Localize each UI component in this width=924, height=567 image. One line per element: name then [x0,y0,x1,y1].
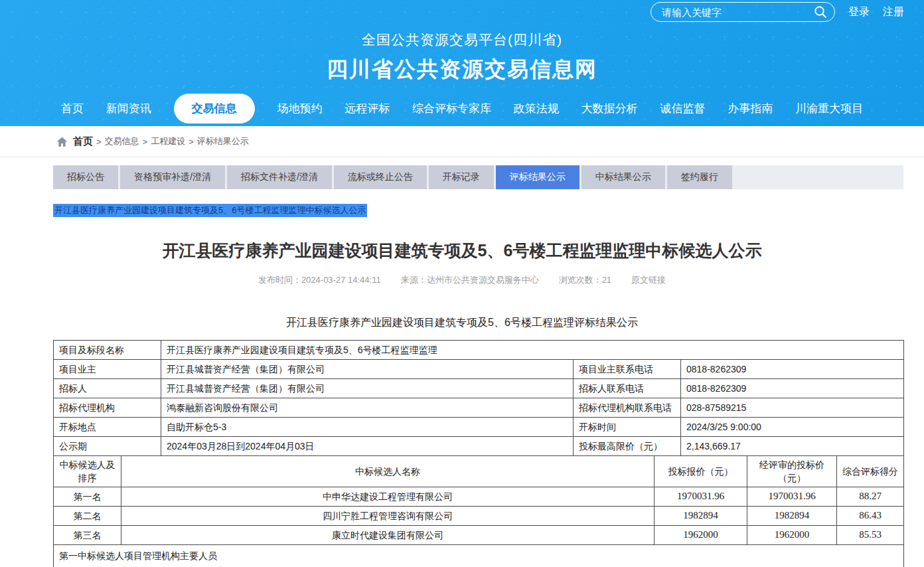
search-box[interactable] [651,2,835,22]
info-label: 投标最高限价（元） [574,437,681,456]
nav-item-trade-info[interactable]: 交易信息 [174,94,255,123]
candidate-reviewed-bid: 1962000 [747,526,837,545]
site-title: 四川省公共资源交易信息网 [0,55,924,84]
info-label: 项目业主联系电话 [574,360,681,379]
candidate-rank: 第二名 [54,507,121,526]
info-value: 鸿泰融新咨询股份有限公司 [161,398,574,418]
candidate-name: 四川宁胜工程管理咨询有限公司 [121,507,654,526]
tab-winning-result[interactable]: 中标结果公示 [581,165,665,189]
breadcrumb-separator: > [96,137,102,147]
info-label: 招标人 [54,379,161,398]
table-row: 第一名 中申华达建设工程管理有限公司 1970031.96 1970031.96… [54,487,904,507]
info-label: 项目业主 [54,360,161,379]
info-value: 2,143,669.17 [681,437,904,456]
table-row: 招标人 开江县城普资产经营（集团）有限公司 招标人联系电话 0818-82623… [54,379,904,398]
view-count: 浏览次数：21 [559,274,611,286]
table-row: 公示期 2024年03月28日到2024年04月03日 投标最高限价（元） 2,… [54,437,904,456]
nav-item-guide[interactable]: 办事指南 [728,101,773,116]
candidates-table: 中标候选人及排序 中标候选人名称 投标报价（元） 经评审的投标价（元） 综合评标… [53,455,904,545]
nav-item-policies[interactable]: 政策法规 [514,101,559,116]
login-link[interactable]: 登录 [848,5,870,19]
table-row: 项目及标段名称 开江县医疗康养产业园建设项目建筑专项及5、6号楼工程监理监理 [54,341,904,360]
column-header: 综合评标得分 [837,456,904,487]
breadcrumb-separator: > [189,137,194,147]
announcement-list: 开江县医疗康养产业园建设项目建筑专项及5、6号楼工程监理监理中标候选人公示 [53,204,924,217]
source: 来源：达州市公共资源交易服务中心 [401,274,539,286]
nav-item-chuanyu-projects[interactable]: 川渝重大项目 [795,101,863,116]
info-value: 2024/3/25 9:00:00 [681,418,904,437]
breadcrumb-engineering[interactable]: 工程建设 [151,135,185,147]
candidate-score: 85.53 [837,526,904,545]
candidate-rank: 第一名 [54,487,121,507]
candidate-name: 中申华达建设工程管理有限公司 [121,487,654,507]
selected-announcement-link[interactable]: 开江县医疗康养产业园建设项目建筑专项及5、6号楼工程监理监理中标候选人公示 [53,204,367,217]
table-row: 招标代理机构 鸿泰融新咨询股份有限公司 招标代理机构联系电话 028-87589… [54,398,904,418]
info-value: 开江县城普资产经营（集团）有限公司 [161,360,574,379]
candidate-name: 康立时代建设集团有限公司 [121,526,654,545]
article-meta: 发布时间：2024-03-27 14:44:11 来源：达州市公共资源交易服务中… [0,274,924,286]
column-header: 中标候选人及排序 [54,456,121,487]
personnel-section-table: 第一中标候选人项目管理机构主要人员 [53,544,904,567]
tab-bid-opening-record[interactable]: 开标记录 [429,165,494,189]
info-value: 2024年03月28日到2024年04月03日 [161,437,574,456]
info-value: 0818-8262309 [681,379,904,398]
nav-item-venue-booking[interactable]: 场地预约 [277,101,322,116]
candidate-score: 86.43 [837,507,904,526]
info-value: 开江县医疗康养产业园建设项目建筑专项及5、6号楼工程监理监理 [161,341,904,360]
candidate-score: 88.27 [837,487,904,507]
table-row: 第二名 四川宁胜工程管理咨询有限公司 1982894 1982894 86.43 [54,507,904,526]
candidate-rank: 第三名 [54,526,121,545]
breadcrumb-trade-info[interactable]: 交易信息 [105,135,139,147]
nav-item-home[interactable]: 首页 [61,101,84,116]
info-value: 自助开标仓5-3 [161,418,574,437]
info-value: 开江县城普资产经营（集团）有限公司 [161,379,574,398]
info-label: 开标时间 [574,418,681,437]
main-nav: 首页 新闻资讯 交易信息 场地预约 远程评标 综合评标专家库 政策法规 大数据分… [0,90,924,126]
tab-prequalification-addendum[interactable]: 资格预审补遗/澄清 [120,165,225,189]
tab-failed-terminated[interactable]: 流标或终止公告 [334,165,427,189]
table-row: 第一中标候选人项目管理机构主要人员 [54,545,904,567]
nav-item-expert-pool[interactable]: 综合评标专家库 [412,101,491,116]
info-label: 招标代理机构 [54,398,161,418]
home-icon[interactable] [56,135,68,148]
info-label: 招标代理机构联系电话 [574,398,681,418]
breadcrumb: 首页 > 交易信息 > 工程建设 > 评标结果公示 [0,126,924,157]
top-bar: 登录 注册 [651,2,904,22]
search-input[interactable] [662,7,805,18]
breadcrumb-separator: > [143,137,148,147]
tab-evaluation-result[interactable]: 评标结果公示 [496,165,579,189]
candidate-bid: 1970031.96 [654,487,747,507]
category-tabs: 招标公告 资格预审补遗/澄清 招标文件补遗/澄清 流标或终止公告 开标记录 评标… [53,165,903,189]
site-header: 登录 注册 全国公共资源交易平台(四川省) 四川省公共资源交易信息网 首页 新闻… [0,0,924,126]
tab-bid-announcement[interactable]: 招标公告 [53,165,118,189]
candidate-reviewed-bid: 1982894 [747,507,837,526]
info-label: 公示期 [54,437,161,456]
info-value: 0818-8262309 [681,360,904,379]
info-label: 开标地点 [54,418,161,437]
tab-contract-performance[interactable]: 签约履行 [667,165,732,189]
personnel-section-label: 第一中标候选人项目管理机构主要人员 [54,545,904,567]
info-label: 项目及标段名称 [54,341,161,360]
platform-title: 全国公共资源交易平台(四川省) [0,31,924,49]
breadcrumb-home[interactable]: 首页 [73,135,93,148]
nav-item-remote-evaluation[interactable]: 远程评标 [345,101,390,116]
search-icon[interactable] [813,5,828,19]
publish-time: 发布时间：2024-03-27 14:44:11 [258,274,381,286]
breadcrumb-eval-result[interactable]: 评标结果公示 [197,135,249,147]
table-row: 开标地点 自助开标仓5-3 开标时间 2024/3/25 9:00:00 [54,418,904,437]
tab-bid-doc-addendum[interactable]: 招标文件补遗/澄清 [227,165,332,189]
project-info-table: 项目及标段名称 开江县医疗康养产业园建设项目建筑专项及5、6号楼工程监理监理 项… [53,340,904,456]
nav-item-big-data[interactable]: 大数据分析 [581,101,638,116]
page-title: 开江县医疗康养产业园建设项目建筑专项及5、6号楼工程监理监理中标候选人公示 [0,240,924,262]
nav-item-news[interactable]: 新闻资讯 [106,101,151,116]
nav-item-integrity[interactable]: 诚信监督 [660,101,705,116]
original-link[interactable]: 原文链接 [631,274,666,286]
candidate-bid: 1962000 [654,526,747,545]
column-header: 投标报价（元） [654,456,747,487]
register-link[interactable]: 注册 [883,5,904,19]
candidate-reviewed-bid: 1970031.96 [747,487,837,507]
table-row: 第三名 康立时代建设集团有限公司 1962000 1962000 85.53 [54,526,904,545]
info-value: 028-87589215 [681,398,904,418]
column-header: 经评审的投标价（元） [747,456,837,487]
result-table-title: 开江县医疗康养产业园建设项目建筑专项及5、6号楼工程监理评标结果公示 [0,316,924,330]
